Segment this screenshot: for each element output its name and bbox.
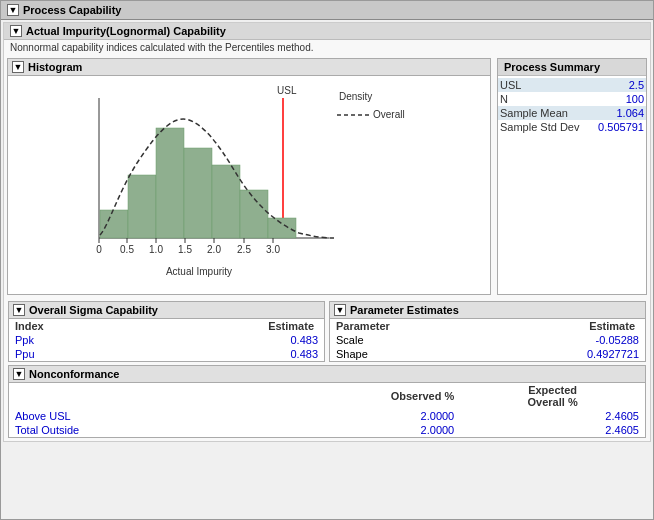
ps-value-n: 100 bbox=[591, 92, 646, 106]
nc-observed-total-outside: 2.0000 bbox=[236, 423, 461, 437]
ps-label-mean: Sample Mean bbox=[498, 106, 591, 120]
bar-2 bbox=[128, 175, 156, 238]
bar-7 bbox=[268, 218, 296, 238]
nc-expected-above-usl: 2.4605 bbox=[460, 409, 645, 423]
pe-shape-label: Shape bbox=[330, 347, 490, 361]
overall-label: Overall bbox=[373, 109, 405, 120]
os-row-ppu: Ppu 0.483 bbox=[9, 347, 324, 361]
bar-5 bbox=[212, 165, 240, 238]
overall-sigma-table: Index Estimate Ppk 0.483 Ppu 0.483 bbox=[9, 319, 324, 361]
usl-text: USL bbox=[277, 85, 297, 96]
svg-text:1.5: 1.5 bbox=[178, 244, 192, 255]
process-summary-box: Process Summary USL 2.5 N 100 Sample Mea… bbox=[497, 58, 647, 295]
ps-value-mean: 1.064 bbox=[591, 106, 646, 120]
nonnormal-note: Nonnormal capability indices calculated … bbox=[4, 40, 650, 55]
nonconformance-title: Nonconformance bbox=[29, 368, 119, 380]
col-estimate-os: Estimate bbox=[134, 319, 324, 333]
nc-header-row: Observed % Expected Overall % bbox=[9, 383, 645, 409]
os-ppk-value: 0.483 bbox=[134, 333, 324, 347]
nc-col-expected-header: Expected Overall % bbox=[460, 383, 645, 409]
process-summary-title: Process Summary bbox=[504, 61, 600, 73]
actual-impurity-header: ▼ Actual Impurity(Lognormal) Capability bbox=[4, 23, 650, 40]
overall-sigma-header-row: Index Estimate bbox=[9, 319, 324, 333]
parameter-estimates-title: Parameter Estimates bbox=[350, 304, 459, 316]
collapse-process-capability[interactable]: ▼ bbox=[7, 4, 19, 16]
ps-row-std: Sample Std Dev 0.505791 bbox=[498, 120, 646, 134]
pe-header-row: Parameter Estimate bbox=[330, 319, 645, 333]
pe-scale-label: Scale bbox=[330, 333, 490, 347]
histogram-box: ▼ Histogram Density Overall USL bbox=[7, 58, 491, 295]
nc-row-above-usl: Above USL 2.0000 2.4605 bbox=[9, 409, 645, 423]
collapse-overall-sigma[interactable]: ▼ bbox=[13, 304, 25, 316]
os-ppk-label: Ppk bbox=[9, 333, 134, 347]
parameter-estimates-header: ▼ Parameter Estimates bbox=[330, 302, 645, 319]
histogram-header: ▼ Histogram bbox=[8, 59, 490, 76]
ps-value-usl: 2.5 bbox=[591, 78, 646, 92]
nc-col-observed: Observed % bbox=[236, 383, 461, 409]
col-estimate-pe: Estimate bbox=[490, 319, 645, 333]
ps-label-usl: USL bbox=[498, 78, 591, 92]
overall-sigma-header: ▼ Overall Sigma Capability bbox=[9, 302, 324, 319]
os-row-ppk: Ppk 0.483 bbox=[9, 333, 324, 347]
histogram-title: Histogram bbox=[28, 61, 82, 73]
x-axis-title: Actual Impurity bbox=[166, 266, 232, 277]
ps-row-usl: USL 2.5 bbox=[498, 78, 646, 92]
collapse-actual-impurity[interactable]: ▼ bbox=[10, 25, 22, 37]
bottom-sections: ▼ Overall Sigma Capability Index Estimat… bbox=[8, 301, 646, 362]
overall-sigma-title: Overall Sigma Capability bbox=[29, 304, 158, 316]
process-capability-title: Process Capability bbox=[23, 4, 121, 16]
svg-text:1.0: 1.0 bbox=[149, 244, 163, 255]
chart-wrapper: Density Overall USL bbox=[12, 80, 486, 290]
svg-text:2.0: 2.0 bbox=[207, 244, 221, 255]
histogram-and-summary: ▼ Histogram Density Overall USL bbox=[4, 55, 650, 298]
main-container: ▼ Process Capability ▼ Actual Impurity(L… bbox=[0, 0, 654, 520]
process-summary-table: USL 2.5 N 100 Sample Mean 1.064 Sample S… bbox=[498, 78, 646, 134]
bar-3 bbox=[156, 128, 184, 238]
svg-text:0: 0 bbox=[96, 244, 102, 255]
bar-4 bbox=[184, 148, 212, 238]
pe-scale-value: -0.05288 bbox=[490, 333, 645, 347]
nc-col-portion bbox=[9, 383, 236, 409]
actual-impurity-title: Actual Impurity(Lognormal) Capability bbox=[26, 25, 226, 37]
collapse-histogram[interactable]: ▼ bbox=[12, 61, 24, 73]
col-parameter: Parameter bbox=[330, 319, 490, 333]
os-ppu-label: Ppu bbox=[9, 347, 134, 361]
ps-value-std: 0.505791 bbox=[591, 120, 646, 134]
ps-row-n: N 100 bbox=[498, 92, 646, 106]
os-ppu-value: 0.483 bbox=[134, 347, 324, 361]
ps-row-mean: Sample Mean 1.064 bbox=[498, 106, 646, 120]
nc-expected-total-outside: 2.4605 bbox=[460, 423, 645, 437]
ps-label-std: Sample Std Dev bbox=[498, 120, 591, 134]
nc-portion-above-usl: Above USL bbox=[9, 409, 236, 423]
collapse-param-estimates[interactable]: ▼ bbox=[334, 304, 346, 316]
bar-6 bbox=[240, 190, 268, 238]
pe-shape-value: 0.4927721 bbox=[490, 347, 645, 361]
svg-text:3.0: 3.0 bbox=[266, 244, 280, 255]
overall-sigma-section: ▼ Overall Sigma Capability Index Estimat… bbox=[8, 301, 325, 362]
ps-label-n: N bbox=[498, 92, 591, 106]
density-label: Density bbox=[339, 91, 372, 102]
collapse-nonconformance[interactable]: ▼ bbox=[13, 368, 25, 380]
nonconformance-table: Observed % Expected Overall % Above USL … bbox=[9, 383, 645, 437]
nonconformance-section: ▼ Nonconformance Observed % Expected Ove… bbox=[8, 365, 646, 438]
parameter-estimates-section: ▼ Parameter Estimates Parameter Estimate… bbox=[329, 301, 646, 362]
nc-observed-above-usl: 2.0000 bbox=[236, 409, 461, 423]
nonconformance-header: ▼ Nonconformance bbox=[9, 366, 645, 383]
svg-text:2.5: 2.5 bbox=[237, 244, 251, 255]
actual-impurity-section: ▼ Actual Impurity(Lognormal) Capability … bbox=[3, 22, 651, 442]
process-summary-header: Process Summary bbox=[498, 59, 646, 76]
process-capability-header: ▼ Process Capability bbox=[1, 1, 653, 20]
svg-text:0.5: 0.5 bbox=[120, 244, 134, 255]
histogram-svg: Density Overall USL bbox=[12, 80, 486, 290]
pe-row-shape: Shape 0.4927721 bbox=[330, 347, 645, 361]
col-index: Index bbox=[9, 319, 134, 333]
bar-1 bbox=[100, 210, 128, 238]
nc-portion-total-outside: Total Outside bbox=[9, 423, 236, 437]
parameter-estimates-table: Parameter Estimate Scale -0.05288 Shape … bbox=[330, 319, 645, 361]
nc-row-total-outside: Total Outside 2.0000 2.4605 bbox=[9, 423, 645, 437]
pe-row-scale: Scale -0.05288 bbox=[330, 333, 645, 347]
